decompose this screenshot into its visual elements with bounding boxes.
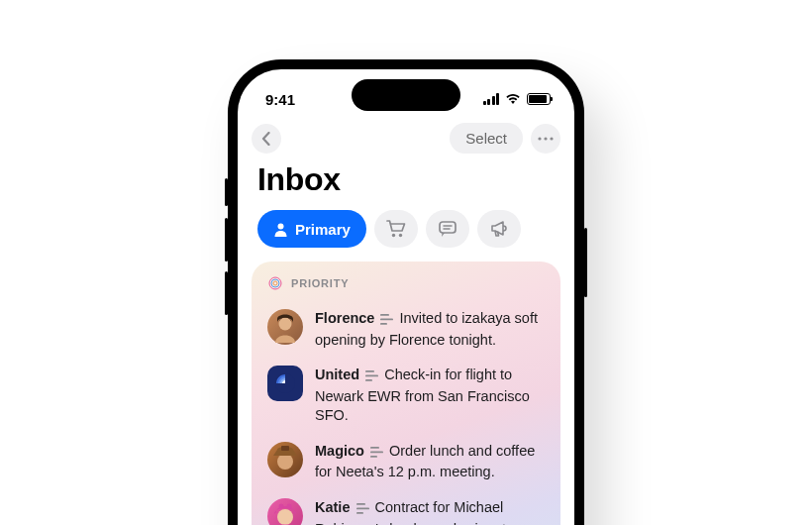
svg-point-26 [277,509,293,525]
svg-rect-30 [356,507,369,509]
svg-rect-18 [365,370,374,372]
message-body: Florence Invited to izakaya soft opening… [315,309,545,350]
volume-up-button [225,218,228,262]
tab-promotions[interactable] [477,210,521,248]
summary-icon [356,500,369,520]
screen: 9:41 [238,69,574,525]
person-icon [273,222,288,237]
message-body: Magico Order lunch and coffee for Neeta'… [315,442,545,482]
cellular-signal-icon [483,93,500,105]
svg-rect-31 [356,512,363,514]
svg-point-10 [271,279,279,287]
more-button[interactable] [531,124,560,154]
volume-down-button [225,271,228,315]
priority-message[interactable]: Katie Contract for Michael Robinson's bo… [267,490,545,525]
tab-shopping[interactable] [374,210,418,248]
priority-card: PRIORITY Florence Invited to izakaya sof… [252,262,560,525]
select-button[interactable]: Select [450,123,523,154]
chevron-left-icon [261,132,271,146]
svg-rect-25 [370,456,377,458]
back-button[interactable] [252,124,281,154]
svg-point-21 [277,454,293,470]
svg-point-1 [544,137,547,140]
status-time: 9:41 [265,83,295,108]
svg-point-5 [399,234,402,237]
priority-message[interactable]: Florence Invited to izakaya soft opening… [267,301,545,358]
priority-message[interactable]: Magico Order lunch and coffee for Neeta'… [267,434,545,490]
svg-rect-20 [365,379,372,381]
svg-point-11 [273,281,277,285]
svg-point-2 [550,137,553,140]
apple-intelligence-icon [267,275,283,291]
svg-point-28 [287,503,292,508]
svg-point-4 [392,234,395,237]
wifi-icon [505,93,521,105]
svg-point-13 [279,318,292,331]
battery-icon [527,93,551,105]
svg-rect-6 [440,222,456,233]
cart-icon [386,220,406,238]
summary-icon [370,444,383,464]
tab-primary[interactable]: Primary [257,210,366,248]
chat-icon [438,220,457,238]
summary-icon [380,311,393,331]
svg-rect-24 [370,451,383,453]
side-button [225,178,228,206]
svg-point-0 [538,137,541,140]
tab-updates[interactable] [426,210,469,248]
megaphone-icon [489,220,509,238]
message-sender: Florence [315,310,374,326]
svg-rect-29 [356,503,365,505]
status-indicators [483,85,552,105]
priority-message[interactable]: United Check-in for flight to Newark EWR… [267,358,545,434]
phone-frame: 9:41 [228,59,584,525]
power-button [584,228,587,297]
summary-icon [365,368,378,387]
message-sender: Katie [315,499,350,515]
priority-label: PRIORITY [291,277,349,289]
message-sender: Magico [315,443,364,459]
svg-rect-19 [365,375,378,377]
priority-header: PRIORITY [267,275,545,291]
page-title: Inbox [238,159,574,210]
message-body: United Check-in for flight to Newark EWR… [315,366,545,426]
more-icon [538,137,554,141]
svg-rect-15 [380,319,393,321]
svg-point-3 [278,223,284,229]
category-tabs: Primary [238,210,574,262]
svg-rect-16 [380,323,387,325]
svg-rect-14 [380,314,389,316]
svg-rect-23 [370,447,379,449]
message-sender: United [315,367,359,382]
nav-bar: Select [238,121,574,159]
message-body: Katie Contract for Michael Robinson's bo… [315,498,545,525]
avatar [267,498,303,525]
svg-rect-22 [281,446,289,451]
avatar [267,309,303,345]
svg-point-27 [279,503,284,508]
avatar [267,366,303,401]
dynamic-island [352,79,460,111]
avatar [267,442,303,477]
tab-primary-label: Primary [295,221,351,238]
